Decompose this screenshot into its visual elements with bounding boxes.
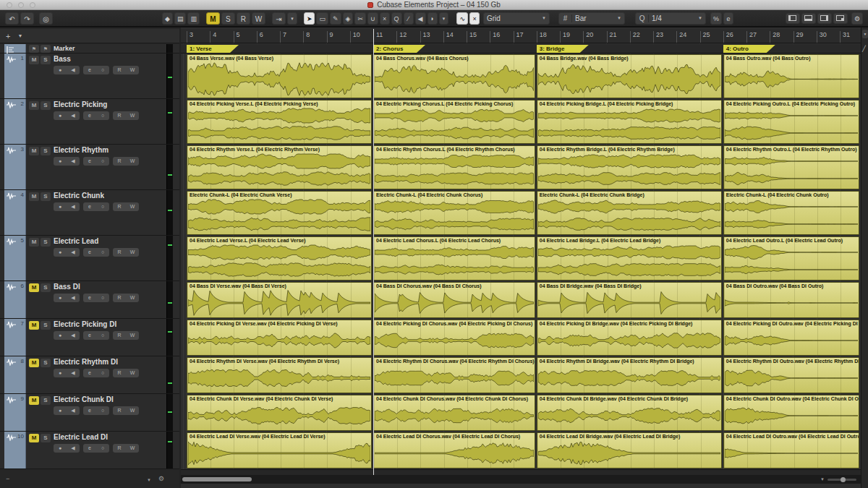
- zoom-window-button[interactable]: [30, 2, 35, 8]
- record-enable-icon[interactable]: ●: [54, 157, 67, 166]
- automation-write-icon[interactable]: W: [126, 444, 139, 453]
- track-row[interactable]: 10MSElectric Lead DI●◀e○RW: [0, 432, 179, 469]
- edit-channel-icon[interactable]: e: [83, 444, 96, 453]
- automation-read-icon[interactable]: R: [113, 331, 126, 340]
- record-enable-icon[interactable]: ●: [54, 369, 67, 377]
- freeze-icon[interactable]: ○: [96, 202, 109, 211]
- comp-tool-dropdown-icon[interactable]: ▼: [439, 12, 449, 25]
- marker-lane[interactable]: 1: Verse2: Chorus3: Bridge4: Outro: [181, 44, 861, 53]
- quantize-dropdown[interactable]: Q1/4▼: [635, 12, 706, 25]
- vertical-zoom-handle[interactable]: ╱: [862, 46, 868, 52]
- monitor-icon[interactable]: ◀: [67, 406, 80, 415]
- automation-read-icon[interactable]: R: [113, 202, 126, 211]
- mute-button[interactable]: M: [29, 283, 39, 292]
- solo-button[interactable]: S: [41, 434, 51, 442]
- monitor-icon[interactable]: ◀: [67, 248, 80, 257]
- freeze-icon[interactable]: ○: [96, 248, 109, 257]
- audio-event[interactable]: 04 Electric Rhythm DI Bridge.wav (04 Ele…: [537, 357, 722, 393]
- audio-event[interactable]: 04 Electric Rhythm Verse.L (04 Electric …: [187, 145, 372, 189]
- mute-button[interactable]: M: [29, 147, 39, 155]
- close-window-button[interactable]: [7, 2, 12, 8]
- mute-button[interactable]: M: [29, 434, 39, 442]
- timeline-ruler[interactable]: 3456789101112131415161718192021222324252…: [181, 29, 861, 43]
- edit-channel-icon[interactable]: e: [83, 111, 96, 120]
- snap-on-off-icon[interactable]: ×: [469, 12, 480, 25]
- select-tool-icon[interactable]: ➤: [304, 12, 315, 25]
- record-enable-icon[interactable]: ●: [54, 202, 67, 211]
- monitor-icon[interactable]: ◀: [67, 294, 80, 302]
- mute-button[interactable]: M: [29, 192, 39, 201]
- track-row[interactable]: 8MSElectric Rhythm DI●◀e○RW: [0, 356, 179, 394]
- erase-tool-icon[interactable]: ◈: [343, 12, 354, 25]
- automation-write-icon[interactable]: W: [126, 248, 139, 257]
- automation-write-icon[interactable]: W: [126, 406, 139, 415]
- monitor-icon[interactable]: ◀: [67, 202, 80, 211]
- horizontal-scrollbar[interactable]: ▼: [181, 475, 861, 484]
- horizontal-scrollbar-thumb[interactable]: [182, 477, 252, 481]
- audio-event[interactable]: 04 Electric Picking DI Outro.wav (04 Ele…: [723, 320, 859, 356]
- automation-read-icon[interactable]: R: [113, 294, 126, 302]
- solo-button[interactable]: S: [41, 192, 51, 201]
- edit-channel-icon[interactable]: e: [83, 202, 96, 211]
- automation-read-icon[interactable]: R: [113, 157, 126, 166]
- audio-event[interactable]: 04 Electric Rhythm Chorus.L (04 Electric…: [373, 145, 535, 189]
- audio-event[interactable]: 04 Electric Rhythm Bridge.L (04 Electric…: [537, 145, 722, 189]
- autoscroll-icon[interactable]: ⇥: [272, 12, 286, 25]
- audio-event[interactable]: 04 Electric Chunk DI Outro.wav (04 Elect…: [723, 395, 859, 431]
- monitor-icon[interactable]: ◀: [67, 369, 80, 377]
- automation-write-icon[interactable]: W: [126, 66, 139, 74]
- minimize-window-button[interactable]: [18, 2, 24, 8]
- track-row[interactable]: 2MSElectric Picking●◀e○RW: [0, 99, 179, 145]
- solo-button[interactable]: S: [41, 359, 51, 367]
- audio-event[interactable]: 04 Electric Picking DI Verse.wav (04 Ele…: [187, 320, 372, 356]
- solo-button[interactable]: S: [41, 147, 51, 155]
- audio-event[interactable]: 04 Bass DI Bridge.wav (04 Bass DI Bridge…: [537, 282, 722, 318]
- audio-event[interactable]: 04 Electric Rhythm DI Outro.wav (04 Elec…: [723, 357, 859, 393]
- zoom-preset-dropdown-icon[interactable]: ▼: [820, 477, 825, 481]
- audio-event[interactable]: 04 Electric Lead DI Outro.wav (04 Electr…: [723, 432, 859, 468]
- monitor-icon[interactable]: ◀: [67, 331, 80, 340]
- solo-button[interactable]: S: [41, 101, 51, 110]
- workspace-setup-icon[interactable]: [833, 13, 848, 24]
- record-enable-icon[interactable]: ●: [54, 66, 67, 74]
- edit-channel-icon[interactable]: e: [83, 294, 96, 302]
- edit-channel-icon[interactable]: e: [83, 331, 96, 340]
- audio-event[interactable]: 04 Bass Bridge.wav (04 Bass Bridge): [537, 54, 722, 98]
- monitor-icon[interactable]: ◀: [67, 66, 80, 74]
- edit-channel-icon[interactable]: e: [83, 406, 96, 415]
- audition-tool-icon[interactable]: ◀: [415, 12, 426, 25]
- marker-flag[interactable]: 4: Outro: [723, 45, 775, 53]
- mute-button[interactable]: M: [29, 238, 39, 247]
- record-enable-icon[interactable]: ●: [54, 111, 67, 120]
- freeze-icon[interactable]: ○: [96, 331, 109, 340]
- mute-tool-icon[interactable]: ×: [380, 12, 390, 25]
- audio-event[interactable]: 04 Electric Rhythm Outro.L (04 Electric …: [723, 145, 859, 189]
- audio-event[interactable]: 04 Bass Outro.wav (04 Bass Outro): [723, 54, 859, 98]
- add-marker-button[interactable]: ⚑: [29, 45, 39, 53]
- audio-event[interactable]: 04 Bass Chorus.wav (04 Bass Chorus): [373, 54, 535, 98]
- audio-event[interactable]: 04 Bass DI Verse.wav (04 Bass DI Verse): [187, 282, 372, 318]
- autoscroll-dropdown-icon[interactable]: ▼: [287, 12, 297, 25]
- track-row[interactable]: 1MSBass●◀e○RW: [0, 53, 179, 99]
- iterative-quantize-icon[interactable]: %: [710, 12, 722, 25]
- mute-button[interactable]: M: [29, 359, 39, 367]
- audio-event[interactable]: 04 Electric Picking DI Chorus.wav (04 El…: [373, 320, 535, 356]
- redo-icon[interactable]: ↷: [20, 12, 34, 25]
- right-zone-icon[interactable]: [817, 13, 832, 24]
- track-row[interactable]: 6MSBass DI●◀e○RW: [0, 281, 179, 319]
- automation-write-icon[interactable]: W: [126, 369, 139, 377]
- range-tool-icon[interactable]: ▭: [316, 12, 328, 25]
- monitor-icon[interactable]: ◀: [67, 444, 80, 453]
- snap-type-dropdown[interactable]: Grid▼: [483, 12, 550, 25]
- freeze-icon[interactable]: ○: [96, 66, 109, 74]
- audio-event[interactable]: 04 Bass Verse.wav (04 Bass Verse): [187, 54, 372, 98]
- undo-icon[interactable]: ↶: [5, 12, 19, 25]
- quantize-panel-icon[interactable]: e: [723, 12, 733, 25]
- glue-tool-icon[interactable]: ∪: [367, 12, 378, 25]
- marker-flag[interactable]: 1: Verse: [187, 45, 239, 53]
- audio-event[interactable]: 04 Electric Lead Bridge.L (04 Electric L…: [537, 236, 722, 281]
- track-row[interactable]: 5MSElectric Lead●◀e○RW: [0, 236, 179, 281]
- edit-channel-icon[interactable]: e: [83, 369, 96, 377]
- solo-button[interactable]: S: [41, 238, 51, 247]
- horizontal-zoom-widget[interactable]: ▼: [820, 477, 856, 481]
